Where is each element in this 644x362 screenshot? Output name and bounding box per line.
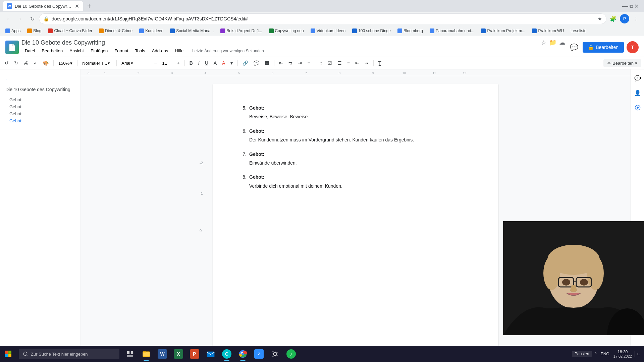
font-dropdown[interactable]: Arial ▾ bbox=[119, 58, 146, 68]
line-spacing-button[interactable]: ↕ bbox=[318, 58, 324, 68]
checklist-button[interactable]: ☑ bbox=[326, 58, 334, 68]
menu-hilfe[interactable]: Hilfe bbox=[171, 46, 187, 55]
italic-button[interactable]: I bbox=[196, 58, 202, 68]
sidebar-back-button[interactable]: ← bbox=[3, 75, 77, 83]
new-tab-button[interactable]: + bbox=[85, 2, 94, 10]
cloud-icon[interactable]: ☁ bbox=[559, 39, 565, 46]
indent-inc-button[interactable]: ⇥ bbox=[363, 58, 371, 68]
taskbar-app-chrome[interactable] bbox=[235, 346, 251, 362]
tab-close-button[interactable]: ✕ bbox=[75, 3, 79, 9]
zoom-dropdown[interactable]: 150% ▾ bbox=[56, 58, 74, 68]
align-center-button[interactable]: ↹ bbox=[286, 58, 294, 68]
justify-button[interactable]: ≡ bbox=[305, 58, 312, 68]
star-icon[interactable]: ☆ bbox=[541, 39, 546, 46]
bookmark-bloomberg[interactable]: Bloomberg bbox=[395, 27, 426, 35]
extensions-button[interactable]: 🧩 bbox=[608, 13, 619, 24]
taskbar-search[interactable]: Zur Suche Text hier eingeben bbox=[19, 349, 119, 359]
menu-ansicht[interactable]: Ansicht bbox=[66, 46, 87, 55]
bookmark-praktikum1[interactable]: Praktikum Projektm... bbox=[478, 27, 528, 35]
active-tab[interactable]: W Die 10 Gebote des Copywriting ✕ bbox=[3, 1, 83, 11]
text-color-button[interactable]: A bbox=[220, 58, 227, 68]
bookmark-praktikum2[interactable]: Praktikum WU bbox=[529, 27, 567, 35]
move-icon[interactable]: 📁 bbox=[549, 39, 556, 46]
taskbar-app-explorer[interactable] bbox=[138, 346, 154, 362]
edit-mode-button[interactable]: ✏ Bearbeiten ▾ bbox=[603, 59, 641, 67]
start-button[interactable] bbox=[0, 346, 16, 362]
menu-format[interactable]: Format bbox=[111, 46, 131, 55]
paint-format-button[interactable]: 🎨 bbox=[41, 58, 51, 68]
clear-format-button[interactable]: T̲ bbox=[376, 58, 383, 68]
pausiert-button[interactable]: Pausiert bbox=[572, 351, 592, 357]
profile-button[interactable]: P bbox=[620, 14, 629, 23]
bookmark-copywriting[interactable]: Copywriting neu bbox=[266, 27, 307, 35]
taskbar-app-word[interactable]: W bbox=[154, 346, 170, 362]
document-page[interactable]: 5. Gebot: Beweise, Beweise, Beweise. 6. bbox=[213, 84, 498, 362]
bookmark-100[interactable]: 100 schöne Dinge bbox=[350, 27, 393, 35]
underline-button[interactable]: U bbox=[203, 58, 210, 68]
system-tray-caret[interactable]: ^ bbox=[593, 351, 598, 357]
document-title[interactable]: Die 10 Gebote des Copywriting bbox=[21, 39, 538, 46]
strikethrough-button[interactable]: A bbox=[212, 58, 219, 68]
menu-addons[interactable]: Add-ons bbox=[149, 46, 171, 55]
menu-einfuegen[interactable]: Einfügen bbox=[87, 46, 111, 55]
bold-button[interactable]: B bbox=[187, 58, 195, 68]
taskbar-app-excel[interactable]: X bbox=[170, 346, 186, 362]
right-explore-button[interactable] bbox=[632, 102, 644, 114]
bookmark-leselist[interactable]: Leseliste bbox=[568, 27, 589, 35]
taskbar-app-mail[interactable] bbox=[203, 346, 219, 362]
sidebar-item-1[interactable]: Gebot: bbox=[3, 96, 77, 103]
clock[interactable]: 18:30 17.02.2022 bbox=[612, 349, 633, 359]
spellcheck-button[interactable]: ✓ bbox=[32, 58, 40, 68]
style-dropdown[interactable]: Normaler T... ▾ bbox=[80, 58, 114, 68]
refresh-button[interactable]: ↻ bbox=[27, 13, 38, 24]
share-button[interactable]: 🔒 Bearbeiten bbox=[583, 42, 624, 53]
taskbar-app-canva[interactable]: C bbox=[219, 346, 235, 362]
bookmark-blog[interactable]: Blog bbox=[24, 27, 44, 35]
bookmark-videokurs[interactable]: Videokurs Ideen bbox=[308, 27, 348, 35]
numbered-list-button[interactable]: ≡ bbox=[345, 58, 352, 68]
undo-button[interactable]: ↺ bbox=[3, 58, 11, 68]
taskbar-app-settings[interactable] bbox=[267, 346, 283, 362]
bullet-list-button[interactable]: ☰ bbox=[335, 58, 344, 68]
taskbar-app-taskview[interactable] bbox=[122, 346, 138, 362]
comments-button[interactable]: 💬 bbox=[568, 41, 580, 53]
bookmark-cload[interactable]: Cload + Canva Bilder bbox=[45, 27, 95, 35]
taskbar-app-powerpoint[interactable]: P bbox=[186, 346, 203, 362]
right-comments-button[interactable]: 💬 bbox=[632, 72, 644, 84]
decrease-font-button[interactable]: − bbox=[152, 58, 159, 68]
image-button[interactable]: 🖼 bbox=[263, 58, 271, 68]
bookmark-panorama[interactable]: Panoramabahn und... bbox=[427, 27, 477, 35]
bookmark-apps[interactable]: Apps bbox=[3, 27, 23, 35]
link-button[interactable]: 🔗 bbox=[240, 58, 250, 68]
bookmark-bois[interactable]: Bois d'Argent Duft... bbox=[218, 27, 265, 35]
language-indicator[interactable]: ENG bbox=[599, 351, 611, 357]
bookmark-social[interactable]: Social Media Mana... bbox=[167, 27, 216, 35]
menu-bearbeiten[interactable]: Bearbeiten bbox=[38, 46, 66, 55]
redo-button[interactable]: ↻ bbox=[12, 58, 20, 68]
show-desktop-button[interactable]: □ bbox=[635, 351, 641, 357]
print-button[interactable]: 🖨 bbox=[21, 58, 30, 68]
highlight-button[interactable]: ▾ bbox=[228, 58, 235, 68]
sidebar-item-3[interactable]: Gebot: bbox=[3, 110, 77, 117]
back-button[interactable]: ‹ bbox=[3, 13, 13, 24]
sidebar-item-4[interactable]: Gebot: bbox=[3, 117, 77, 124]
right-chat-button[interactable]: 👤 bbox=[632, 87, 644, 99]
increase-font-button[interactable]: + bbox=[175, 58, 181, 68]
taskbar-app-spotify[interactable]: ♪ bbox=[283, 346, 299, 362]
indent-dec-button[interactable]: ⇤ bbox=[353, 58, 361, 68]
align-left-button[interactable]: ⇤ bbox=[277, 58, 285, 68]
align-right-button[interactable]: ⇥ bbox=[296, 58, 304, 68]
bookmark-kursideen[interactable]: Kursideen bbox=[137, 27, 166, 35]
taskbar-app-zoom[interactable]: Z bbox=[251, 346, 267, 362]
bookmark-dinner[interactable]: Dinner & Crime bbox=[96, 27, 135, 35]
forward-button[interactable]: › bbox=[15, 13, 25, 24]
user-avatar[interactable]: T bbox=[627, 41, 639, 53]
sidebar-item-2[interactable]: Gebot: bbox=[3, 103, 77, 110]
comment-button[interactable]: 💬 bbox=[252, 58, 261, 68]
font-size-dropdown[interactable]: 11 bbox=[160, 58, 173, 68]
more-options-button[interactable]: ⋮ bbox=[631, 13, 641, 24]
address-bar[interactable]: 🔒 docs.google.com/document/d/1JSojgHRq3E… bbox=[39, 13, 606, 24]
menu-tools[interactable]: Tools bbox=[131, 46, 148, 55]
cursor-area[interactable] bbox=[240, 210, 471, 217]
menu-datei[interactable]: Datei bbox=[21, 46, 38, 55]
